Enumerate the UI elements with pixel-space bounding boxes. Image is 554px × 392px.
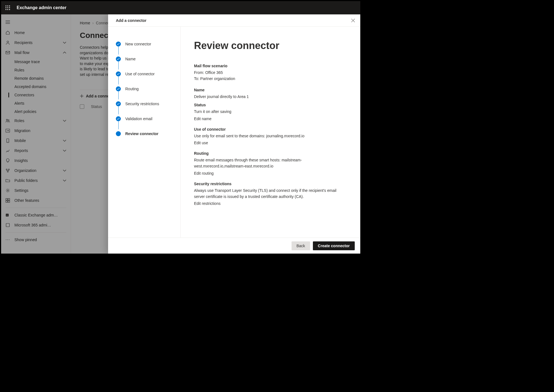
step-label: Routing	[125, 87, 139, 91]
section-heading-routing: Routing	[194, 151, 347, 156]
step-label: Security restrictions	[125, 102, 159, 106]
step-name[interactable]: Name	[116, 51, 173, 66]
create-connector-button[interactable]: Create connector	[313, 241, 355, 250]
svg-rect-2	[9, 6, 10, 6]
use-value: Use only for email sent to these domains…	[194, 133, 347, 139]
step-use[interactable]: Use of connector	[116, 66, 173, 81]
wizard-stepper: New connector Name Use of connector	[108, 27, 181, 238]
edit-restrictions-link[interactable]: Edit restrictions	[194, 201, 347, 206]
step-validation[interactable]: Validation email	[116, 111, 173, 126]
svg-rect-7	[7, 9, 8, 10]
step-label: Use of connector	[125, 72, 155, 76]
close-icon[interactable]	[350, 17, 356, 24]
section-heading-security: Security restrictions	[194, 182, 347, 186]
section-heading-scenario: Mail flow scenario	[194, 64, 347, 68]
step-label: New connector	[125, 42, 151, 46]
step-label: Review connector	[125, 131, 159, 136]
step-label: Validation email	[125, 117, 152, 121]
panel-header: Add a connector	[108, 14, 360, 27]
review-title: Review connector	[194, 40, 347, 51]
svg-rect-6	[6, 9, 6, 10]
edit-use-link[interactable]: Edit use	[194, 141, 347, 145]
current-step-icon	[116, 131, 121, 136]
edit-name-link[interactable]: Edit name	[194, 117, 347, 121]
svg-rect-3	[6, 7, 6, 8]
status-value: Turn it on after saving	[194, 109, 347, 115]
back-button[interactable]: Back	[292, 241, 310, 250]
step-new-connector[interactable]: New connector	[116, 37, 173, 51]
svg-rect-0	[6, 6, 6, 6]
step-label: Name	[125, 57, 136, 61]
svg-rect-4	[7, 7, 8, 8]
section-heading-use: Use of connector	[194, 127, 347, 131]
step-security[interactable]: Security restrictions	[116, 96, 173, 111]
svg-rect-1	[7, 6, 8, 6]
edit-routing-link[interactable]: Edit routing	[194, 171, 347, 176]
section-heading-status: Status	[194, 103, 347, 107]
scenario-from: From: Office 365	[194, 70, 347, 76]
app-launcher-icon[interactable]	[3, 3, 12, 12]
svg-rect-5	[9, 7, 10, 8]
panel-title: Add a connector	[116, 18, 146, 23]
review-pane: Review connector Mail flow scenario From…	[181, 27, 360, 238]
panel-footer: Back Create connector	[108, 238, 360, 254]
titlebar: Exchange admin center	[1, 1, 360, 14]
routing-value: Route email messages through these smart…	[194, 157, 338, 169]
scenario-to: To: Partner organization	[194, 76, 347, 82]
product-title: Exchange admin center	[17, 5, 67, 10]
svg-rect-8	[9, 9, 10, 10]
section-heading-name: Name	[194, 88, 347, 92]
step-review[interactable]: Review connector	[116, 126, 173, 141]
step-routing[interactable]: Routing	[116, 81, 173, 96]
security-value: Always use Transport Layer Security (TLS…	[194, 188, 344, 200]
add-connector-panel: Add a connector New connector Name	[108, 14, 360, 254]
name-value: Deliver journal directly to Area 1	[194, 94, 347, 100]
